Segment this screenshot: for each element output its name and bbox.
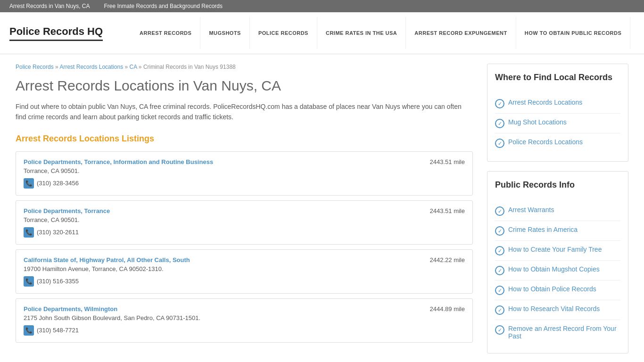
sidebar-obtain-police[interactable]: ✓ How to Obtain Police Records [495, 280, 620, 300]
check-icon: ✓ [495, 246, 504, 255]
check-icon: ✓ [495, 119, 504, 128]
breadcrumb-ca[interactable]: CA [130, 64, 137, 70]
listing-address-3: 2175 John South Gibson Boulevard, San Pe… [24, 314, 465, 321]
listing-distance-0: 2443.51 mile [430, 158, 465, 165]
listing-phone-3: 📞 (310) 548-7721 [24, 325, 465, 336]
listing-name-1[interactable]: Police Departments, Torrance [24, 207, 110, 214]
sidebar-police-records[interactable]: ✓ Police Records Locations [495, 133, 620, 153]
sidebar-public-records: Public Records Info ✓ Arrest Warrants ✓ … [487, 171, 628, 354]
check-icon: ✓ [495, 206, 504, 216]
listing-card: Police Departments, Torrance 2443.51 mil… [16, 200, 473, 245]
top-bar: Arrest Records in Van Nuys, CA Free Inma… [0, 0, 644, 12]
nav-public-records[interactable]: HOW TO OBTAIN PUBLIC RECORDS [516, 17, 630, 49]
breadcrumb-arrest-locations[interactable]: Arrest Records Locations [59, 64, 123, 70]
nav-mugshots[interactable]: MUGSHOTS [200, 17, 250, 49]
listing-phone-1: 📞 (310) 320-2611 [24, 227, 465, 238]
nav-crime-rates[interactable]: CRIME RATES IN THE USA [317, 17, 406, 49]
page-title: Arrest Records Locations in Van Nuys, CA [16, 78, 473, 94]
topbar-link-1[interactable]: Arrest Records in Van Nuys, CA [9, 3, 90, 9]
phone-icon-1: 📞 [24, 227, 34, 238]
check-icon: ✓ [495, 139, 504, 148]
sidebar: Where to Find Local Records ✓ Arrest Rec… [487, 64, 628, 362]
listing-distance-3: 2444.89 mile [430, 305, 465, 313]
sidebar-crime-rates[interactable]: ✓ Crime Rates in America [495, 221, 620, 241]
breadcrumb-police-records[interactable]: Police Records [16, 64, 54, 70]
main-nav: ARREST RECORDS MUGSHOTS POLICE RECORDS C… [131, 17, 630, 49]
listing-name-0[interactable]: Police Departments, Torrance, Informatio… [24, 158, 213, 165]
sidebar-arrest-locations[interactable]: ✓ Arrest Records Locations [495, 94, 620, 114]
listings-container: Police Departments, Torrance, Informatio… [16, 151, 473, 343]
sidebar-arrest-warrants[interactable]: ✓ Arrest Warrants [495, 201, 620, 221]
check-icon: ✓ [495, 305, 504, 315]
listing-name-2[interactable]: California State of, Highway Patrol, All… [24, 256, 190, 263]
intro-text: Find out where to obtain public Van Nuys… [16, 101, 473, 123]
nav-arrest-records[interactable]: ARREST RECORDS [131, 17, 200, 49]
check-icon: ✓ [495, 266, 504, 275]
listing-address-0: Torrance, CA 90501. [24, 167, 465, 174]
listing-card: California State of, Highway Patrol, All… [16, 249, 473, 294]
breadcrumb-current: Criminal Records in Van Nuys 91388 [143, 64, 236, 70]
listing-card: Police Departments, Torrance, Informatio… [16, 151, 473, 196]
sidebar-remove-arrest[interactable]: ✓ Remove an Arrest Record From Your Past [495, 320, 620, 345]
sidebar-local-title: Where to Find Local Records [495, 73, 620, 87]
listing-address-1: Torrance, CA 90501. [24, 216, 465, 223]
sidebar-vital-records[interactable]: ✓ How to Research Vital Records [495, 300, 620, 320]
phone-icon-3: 📞 [24, 325, 34, 336]
listing-address-2: 19700 Hamilton Avenue, Torrance, CA 9050… [24, 265, 465, 272]
listing-phone-2: 📞 (310) 516-3355 [24, 276, 465, 287]
check-icon: ✓ [495, 226, 504, 236]
listing-distance-2: 2442.22 mile [430, 256, 465, 263]
breadcrumb: Police Records » Arrest Records Location… [16, 64, 473, 70]
check-icon: ✓ [495, 286, 504, 295]
phone-icon-2: 📞 [24, 276, 34, 287]
nav-police-records[interactable]: POLICE RECORDS [250, 17, 317, 49]
phone-icon-0: 📞 [24, 178, 34, 189]
sidebar-public-title: Public Records Info [495, 180, 620, 195]
sidebar-mugshot-copies[interactable]: ✓ How to Obtain Mugshot Copies [495, 261, 620, 280]
listing-distance-1: 2443.51 mile [430, 207, 465, 214]
listing-name-3[interactable]: Police Departments, Wilmington [24, 305, 117, 313]
sidebar-family-tree[interactable]: ✓ How to Create Your Family Tree [495, 241, 620, 261]
topbar-link-2[interactable]: Free Inmate Records and Background Recor… [104, 3, 223, 9]
listing-phone-0: 📞 (310) 328-3456 [24, 178, 465, 189]
listing-card: Police Departments, Wilmington 2444.89 m… [16, 298, 473, 343]
sidebar-local-records: Where to Find Local Records ✓ Arrest Rec… [487, 64, 628, 162]
nav-expungement[interactable]: ARREST RECORD EXPUNGEMENT [406, 17, 516, 49]
site-logo[interactable]: Police Records HQ [9, 25, 103, 41]
check-icon: ✓ [495, 99, 504, 108]
check-icon: ✓ [495, 325, 504, 335]
page-wrap: Police Records » Arrest Records Location… [6, 54, 638, 362]
header: Police Records HQ ARREST RECORDS MUGSHOT… [0, 12, 644, 54]
listings-heading: Arrest Records Locations Listings [16, 134, 473, 144]
sidebar-mug-shots[interactable]: ✓ Mug Shot Locations [495, 114, 620, 133]
main-content: Police Records » Arrest Records Location… [16, 64, 473, 362]
